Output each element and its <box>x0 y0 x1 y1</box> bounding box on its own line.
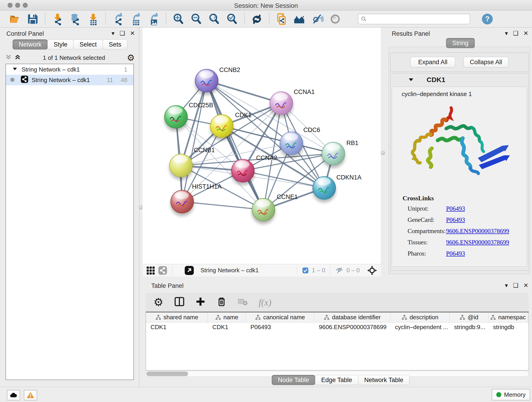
tab-select[interactable]: Select <box>73 39 103 50</box>
open-session-button[interactable] <box>6 12 24 26</box>
crosslink-link[interactable]: 9606.ENSP00000378699 <box>446 228 509 235</box>
delete-table-icon[interactable] <box>238 297 248 308</box>
network-canvas[interactable]: CCNB2 CCNA1 CDC25B CDK1 CDC6 RB1CCNB1 CC… <box>143 27 381 264</box>
right-splitter-grip[interactable] <box>381 151 385 155</box>
warning-button[interactable] <box>24 390 37 400</box>
zoom-in-button[interactable] <box>170 12 187 26</box>
collapse-all-networks-icon[interactable] <box>5 54 12 62</box>
import-network-file-button[interactable] <box>49 12 66 26</box>
crosslink-link[interactable]: P06493 <box>446 250 465 257</box>
column-header-description[interactable]: description <box>390 313 450 322</box>
expand-all-networks-icon[interactable] <box>14 54 21 62</box>
collapse-all-button[interactable]: Collapse All <box>463 57 508 67</box>
tab-network-table[interactable]: Network Table <box>358 375 410 385</box>
search-input[interactable] <box>367 14 467 24</box>
crosslink-link[interactable]: P06493 <box>446 205 465 212</box>
zoom-out-button[interactable] <box>187 12 205 26</box>
panel-menu-icon[interactable]: ▾ <box>505 282 508 288</box>
float-panel-icon[interactable]: ❑ <box>120 30 125 36</box>
import-network-database-button[interactable] <box>66 12 84 26</box>
delete-column-icon[interactable] <box>216 297 227 308</box>
left-splitter-grip[interactable] <box>139 205 143 210</box>
cloud-status-button[interactable] <box>7 390 20 400</box>
network-options-gear-icon[interactable]: ⚙ <box>127 53 135 62</box>
memory-button[interactable]: Memory <box>492 389 530 400</box>
edge-CCNA2-CDKN1A[interactable] <box>243 171 324 188</box>
node-CDC25B[interactable] <box>164 105 188 128</box>
tab-style[interactable]: Style <box>47 39 74 50</box>
string-home-button[interactable] <box>291 12 308 26</box>
show-columns-icon[interactable] <box>174 297 184 308</box>
node-CDC6[interactable] <box>280 132 303 155</box>
column-header-@id[interactable]: @id <box>450 313 488 322</box>
network-collection-row[interactable]: String Network – cdk1 1 <box>6 64 133 75</box>
close-panel-icon[interactable]: ✕ <box>523 30 528 36</box>
cell-namespac[interactable]: stringdb <box>488 322 527 332</box>
string-view-icon[interactable] <box>158 266 167 275</box>
zoom-selected-button[interactable] <box>223 12 241 26</box>
cell-canonical-name[interactable]: P06493 <box>246 322 314 332</box>
node-HIST1H1A[interactable] <box>171 190 194 213</box>
column-header-namespac[interactable]: namespac <box>488 313 527 322</box>
import-table-button[interactable] <box>84 12 102 26</box>
copy-network-button[interactable] <box>273 12 291 26</box>
close-panel-icon[interactable]: ✕ <box>130 30 135 36</box>
inactive-sphere-button[interactable] <box>326 12 344 26</box>
crosslink-link[interactable]: 9606.ENSP00000378699 <box>446 239 509 246</box>
glasses-hide-button[interactable] <box>308 12 326 26</box>
selected-checkbox-icon[interactable] <box>302 267 309 274</box>
detach-view-icon[interactable] <box>184 266 194 275</box>
zoom-fit-button[interactable] <box>205 12 223 26</box>
hidden-eye-icon[interactable] <box>336 267 343 274</box>
crosslink-link[interactable]: P06493 <box>446 216 465 223</box>
node-RB1[interactable] <box>322 142 345 165</box>
table-row[interactable]: CDK1CDK1P064939606.ENSP00000378699cyclin… <box>146 322 529 332</box>
node-CCNB1[interactable] <box>169 154 193 177</box>
birdseye-target-icon[interactable] <box>367 265 377 275</box>
panel-menu-icon[interactable]: ▾ <box>505 30 508 36</box>
tab-node-table[interactable]: Node Table <box>272 375 315 385</box>
tab-string[interactable]: String <box>446 38 475 48</box>
column-header-name[interactable]: name <box>208 313 246 322</box>
node-CCNA2[interactable] <box>231 159 254 182</box>
cell-@id[interactable]: stringdb:9... <box>450 322 488 332</box>
export-table-button[interactable] <box>127 12 145 26</box>
node-table[interactable]: shared namenamecanonical namedatabase id… <box>146 312 529 370</box>
tab-sets[interactable]: Sets <box>103 39 127 50</box>
close-panel-icon[interactable]: ✕ <box>523 282 528 288</box>
column-header-canonical-name[interactable]: canonical name <box>246 313 314 322</box>
network-row[interactable]: String Network – cdk1 11 48 <box>6 75 133 85</box>
node-CCNA1[interactable] <box>270 91 293 115</box>
gene-section-header[interactable]: CDK1 <box>390 73 528 86</box>
cell-shared-name[interactable]: CDK1 <box>146 322 208 332</box>
panel-menu-icon[interactable]: ▾ <box>112 30 114 36</box>
help-button[interactable]: ? <box>478 12 496 26</box>
node-CCNB2[interactable] <box>195 69 218 92</box>
function-builder-icon[interactable]: f(x) <box>259 297 272 308</box>
table-hscrollbar-thumb[interactable] <box>146 371 188 376</box>
node-CDKN1A[interactable] <box>312 176 336 200</box>
float-panel-icon[interactable]: ❑ <box>513 30 518 36</box>
cell-database-identifier[interactable]: 9606.ENSP00000378699 <box>314 322 390 332</box>
collection-expander-icon[interactable] <box>12 66 17 73</box>
table-settings-gear-icon[interactable]: ⚙ <box>153 297 163 308</box>
network-edge-count: 48 <box>121 77 127 84</box>
export-image-button[interactable] <box>145 12 163 26</box>
refresh-button[interactable] <box>248 12 266 26</box>
tab-edge-table[interactable]: Edge Table <box>315 375 358 385</box>
expand-all-button[interactable]: Expand All <box>410 57 455 67</box>
save-session-button[interactable] <box>24 12 42 26</box>
node-CDK1[interactable] <box>210 114 234 138</box>
export-network-button[interactable] <box>109 12 127 26</box>
grid-view-icon[interactable] <box>146 266 155 275</box>
cell-description[interactable]: cyclin–dependent ... <box>390 322 450 332</box>
section-expander-icon[interactable] <box>408 77 414 83</box>
tab-network[interactable]: Network <box>13 39 48 50</box>
column-header-shared-name[interactable]: shared name <box>146 313 208 322</box>
column-header-database-identifier[interactable]: database identifier <box>314 313 390 322</box>
node-CCNE1[interactable] <box>252 198 275 221</box>
float-panel-icon[interactable]: ❑ <box>513 282 518 288</box>
search-box[interactable] <box>358 14 470 24</box>
cell-name[interactable]: CDK1 <box>208 322 246 332</box>
create-column-icon[interactable] <box>196 297 206 308</box>
